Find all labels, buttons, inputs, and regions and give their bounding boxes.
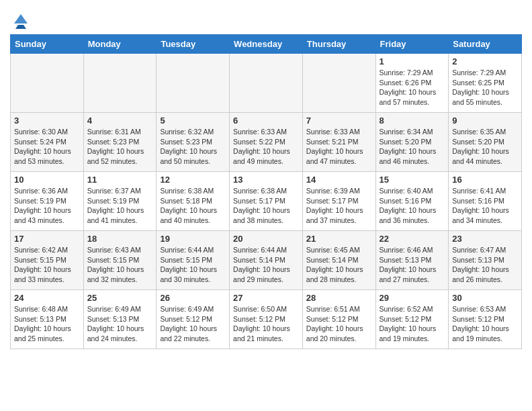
day-info: Sunrise: 6:48 AM Sunset: 5:13 PM Dayligh…: [14, 304, 80, 344]
calendar-day-cell: 19Sunrise: 6:44 AM Sunset: 5:15 PM Dayli…: [157, 231, 230, 290]
page-header: [10, 10, 522, 29]
calendar-weekday-header: Tuesday: [157, 35, 230, 54]
calendar-week-row: 24Sunrise: 6:48 AM Sunset: 5:13 PM Dayli…: [11, 290, 522, 349]
day-info: Sunrise: 6:41 AM Sunset: 5:16 PM Dayligh…: [452, 186, 518, 226]
calendar-day-cell: 28Sunrise: 6:51 AM Sunset: 5:12 PM Dayli…: [302, 290, 375, 349]
day-number: 5: [160, 116, 226, 126]
calendar-table: SundayMondayTuesdayWednesdayThursdayFrid…: [10, 34, 522, 349]
day-info: Sunrise: 6:31 AM Sunset: 5:23 PM Dayligh…: [87, 127, 153, 167]
day-number: 23: [452, 234, 518, 244]
calendar-day-cell: 10Sunrise: 6:36 AM Sunset: 5:19 PM Dayli…: [11, 172, 84, 231]
calendar-weekday-header: Monday: [83, 35, 157, 54]
svg-marker-0: [14, 14, 28, 24]
calendar-day-cell: 22Sunrise: 6:46 AM Sunset: 5:13 PM Dayli…: [375, 231, 449, 290]
day-number: 18: [87, 234, 153, 244]
day-number: 3: [14, 116, 80, 126]
day-number: 22: [380, 234, 445, 244]
day-number: 10: [14, 175, 80, 185]
day-number: 19: [160, 234, 226, 244]
calendar-day-cell: 5Sunrise: 6:32 AM Sunset: 5:23 PM Daylig…: [157, 113, 230, 172]
day-number: 13: [233, 175, 299, 185]
calendar-day-cell: 30Sunrise: 6:53 AM Sunset: 5:12 PM Dayli…: [449, 290, 522, 349]
calendar-day-cell: 6Sunrise: 6:33 AM Sunset: 5:22 PM Daylig…: [230, 113, 303, 172]
calendar-day-cell: [157, 54, 230, 113]
day-number: 15: [380, 175, 445, 185]
calendar-weekday-header: Saturday: [449, 35, 522, 54]
day-number: 2: [452, 56, 518, 66]
day-info: Sunrise: 6:34 AM Sunset: 5:20 PM Dayligh…: [380, 127, 445, 167]
day-number: 27: [233, 293, 299, 303]
calendar-weekday-header: Wednesday: [230, 35, 303, 54]
logo-icon: [11, 10, 30, 29]
calendar-day-cell: 13Sunrise: 6:38 AM Sunset: 5:17 PM Dayli…: [230, 172, 303, 231]
day-number: 24: [14, 293, 80, 303]
day-number: 25: [87, 293, 153, 303]
calendar-day-cell: 16Sunrise: 6:41 AM Sunset: 5:16 PM Dayli…: [449, 172, 522, 231]
day-number: 26: [160, 293, 226, 303]
day-info: Sunrise: 6:53 AM Sunset: 5:12 PM Dayligh…: [452, 304, 518, 344]
day-info: Sunrise: 6:44 AM Sunset: 5:15 PM Dayligh…: [160, 245, 226, 285]
day-info: Sunrise: 6:37 AM Sunset: 5:19 PM Dayligh…: [87, 186, 153, 226]
day-info: Sunrise: 6:52 AM Sunset: 5:12 PM Dayligh…: [380, 304, 445, 344]
calendar-day-cell: 26Sunrise: 6:49 AM Sunset: 5:12 PM Dayli…: [157, 290, 230, 349]
day-number: 9: [452, 116, 518, 126]
calendar-week-row: 17Sunrise: 6:42 AM Sunset: 5:15 PM Dayli…: [11, 231, 522, 290]
day-info: Sunrise: 7:29 AM Sunset: 6:25 PM Dayligh…: [452, 68, 518, 107]
day-info: Sunrise: 6:42 AM Sunset: 5:15 PM Dayligh…: [14, 245, 80, 285]
day-number: 30: [452, 293, 518, 303]
day-number: 16: [452, 175, 518, 185]
calendar-day-cell: 24Sunrise: 6:48 AM Sunset: 5:13 PM Dayli…: [11, 290, 84, 349]
day-info: Sunrise: 6:40 AM Sunset: 5:16 PM Dayligh…: [380, 186, 445, 226]
calendar-day-cell: 11Sunrise: 6:37 AM Sunset: 5:19 PM Dayli…: [83, 172, 157, 231]
page-container: SundayMondayTuesdayWednesdayThursdayFrid…: [0, 0, 532, 356]
day-info: Sunrise: 6:43 AM Sunset: 5:15 PM Dayligh…: [87, 245, 153, 285]
calendar-week-row: 3Sunrise: 6:30 AM Sunset: 5:24 PM Daylig…: [11, 113, 522, 172]
calendar-day-cell: 8Sunrise: 6:34 AM Sunset: 5:20 PM Daylig…: [375, 113, 449, 172]
day-number: 11: [87, 175, 153, 185]
day-info: Sunrise: 6:33 AM Sunset: 5:22 PM Dayligh…: [233, 127, 299, 167]
calendar-day-cell: 15Sunrise: 6:40 AM Sunset: 5:16 PM Dayli…: [375, 172, 449, 231]
svg-marker-1: [15, 25, 26, 29]
calendar-day-cell: [230, 54, 303, 113]
day-number: 29: [380, 293, 445, 303]
calendar-day-cell: 29Sunrise: 6:52 AM Sunset: 5:12 PM Dayli…: [375, 290, 449, 349]
calendar-week-row: 10Sunrise: 6:36 AM Sunset: 5:19 PM Dayli…: [11, 172, 522, 231]
day-info: Sunrise: 6:44 AM Sunset: 5:14 PM Dayligh…: [233, 245, 299, 285]
day-info: Sunrise: 6:46 AM Sunset: 5:13 PM Dayligh…: [380, 245, 445, 285]
day-info: Sunrise: 6:33 AM Sunset: 5:21 PM Dayligh…: [306, 127, 372, 167]
calendar-day-cell: [83, 54, 157, 113]
day-info: Sunrise: 6:51 AM Sunset: 5:12 PM Dayligh…: [306, 304, 372, 344]
day-info: Sunrise: 6:50 AM Sunset: 5:12 PM Dayligh…: [233, 304, 299, 344]
day-number: 28: [306, 293, 372, 303]
day-info: Sunrise: 6:39 AM Sunset: 5:17 PM Dayligh…: [306, 186, 372, 226]
calendar-day-cell: 20Sunrise: 6:44 AM Sunset: 5:14 PM Dayli…: [230, 231, 303, 290]
day-number: 6: [233, 116, 299, 126]
calendar-day-cell: 23Sunrise: 6:47 AM Sunset: 5:13 PM Dayli…: [449, 231, 522, 290]
calendar-weekday-header: Sunday: [11, 35, 84, 54]
calendar-day-cell: 4Sunrise: 6:31 AM Sunset: 5:23 PM Daylig…: [83, 113, 157, 172]
day-info: Sunrise: 6:36 AM Sunset: 5:19 PM Dayligh…: [14, 186, 80, 226]
calendar-day-cell: [302, 54, 375, 113]
logo: [10, 10, 30, 29]
calendar-day-cell: 27Sunrise: 6:50 AM Sunset: 5:12 PM Dayli…: [230, 290, 303, 349]
calendar-day-cell: 25Sunrise: 6:49 AM Sunset: 5:13 PM Dayli…: [83, 290, 157, 349]
day-number: 17: [14, 234, 80, 244]
calendar-weekday-header: Friday: [375, 35, 449, 54]
day-number: 21: [306, 234, 372, 244]
day-number: 1: [380, 56, 445, 66]
day-number: 12: [160, 175, 226, 185]
day-info: Sunrise: 6:47 AM Sunset: 5:13 PM Dayligh…: [452, 245, 518, 285]
calendar-day-cell: 17Sunrise: 6:42 AM Sunset: 5:15 PM Dayli…: [11, 231, 84, 290]
calendar-week-row: 1Sunrise: 7:29 AM Sunset: 6:26 PM Daylig…: [11, 54, 522, 113]
day-number: 14: [306, 175, 372, 185]
day-number: 20: [233, 234, 299, 244]
calendar-weekday-header: Thursday: [302, 35, 375, 54]
day-info: Sunrise: 6:49 AM Sunset: 5:13 PM Dayligh…: [87, 304, 153, 344]
calendar-day-cell: 14Sunrise: 6:39 AM Sunset: 5:17 PM Dayli…: [302, 172, 375, 231]
day-info: Sunrise: 7:29 AM Sunset: 6:26 PM Dayligh…: [380, 68, 445, 107]
day-number: 4: [87, 116, 153, 126]
day-info: Sunrise: 6:32 AM Sunset: 5:23 PM Dayligh…: [160, 127, 226, 167]
day-info: Sunrise: 6:38 AM Sunset: 5:18 PM Dayligh…: [160, 186, 226, 226]
calendar-day-cell: 1Sunrise: 7:29 AM Sunset: 6:26 PM Daylig…: [375, 54, 449, 113]
day-info: Sunrise: 6:45 AM Sunset: 5:14 PM Dayligh…: [306, 245, 372, 285]
